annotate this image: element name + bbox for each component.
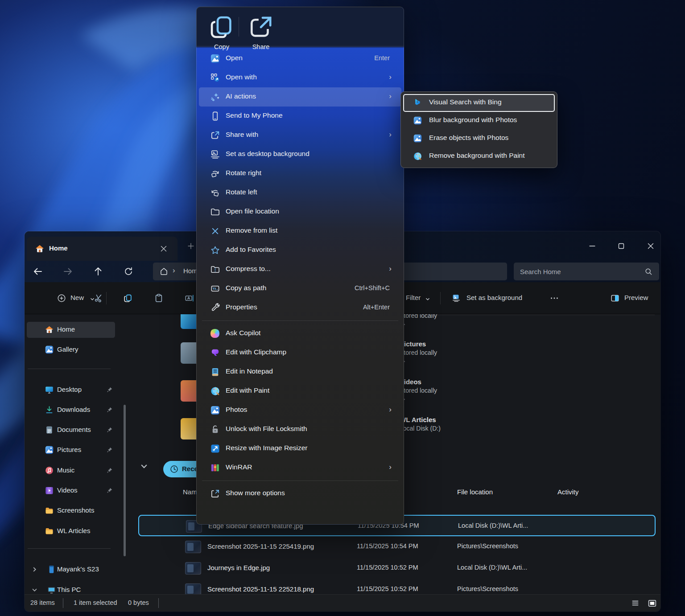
up-button[interactable] [93, 266, 103, 277]
search-input[interactable] [520, 263, 636, 280]
menu-item-label: Open with [226, 73, 257, 81]
clipchamp-icon [210, 348, 220, 358]
more-options-icon[interactable] [549, 293, 559, 303]
tile-subtitle: Stored locally [400, 314, 533, 319]
sidebar-item-desktop[interactable]: Desktop [27, 382, 115, 398]
search-box[interactable] [514, 263, 659, 280]
context-menu-item-add-to-favorites[interactable]: Add to Favorites [199, 241, 401, 260]
back-button[interactable] [33, 266, 43, 277]
quick-action-share[interactable]: Share [247, 13, 275, 41]
context-menu-item-send-to-my-phone[interactable]: Send to My Phone [199, 107, 401, 126]
sidebar-item-label: Music [57, 466, 74, 474]
photos-app-icon [210, 405, 220, 415]
details-view-icon[interactable] [630, 599, 640, 608]
sidebar-item-downloads[interactable]: Downloads [27, 402, 115, 418]
context-menu-item-show-more-options[interactable]: Show more options [199, 484, 401, 503]
file-row-screenshot-2025-11-15-225218-png[interactable]: Screenshot 2025-11-15 225218.png11/15/20… [138, 579, 656, 594]
photos-app-icon [413, 116, 422, 125]
menu-item-label: Remove from list [226, 226, 277, 234]
menu-item-label: Ask Copilot [226, 329, 260, 337]
context-menu-item-copy-as-path[interactable]: Copy as pathCtrl+Shift+C [199, 279, 401, 298]
clock-icon [169, 464, 179, 474]
context-menu-item-resize-with-image-resizer[interactable]: Resize with Image Resizer [199, 439, 401, 458]
ai-submenu-item-erase-objects-with-photos[interactable]: Erase objects with Photos [403, 130, 555, 148]
sidebar-item-home[interactable]: Home [27, 322, 115, 338]
context-menu-item-unlock-with-file-locksmith[interactable]: Unlock with File Locksmith [199, 420, 401, 439]
file-row-journeys-in-edge-jpg[interactable]: Journeys in Edge.jpg11/15/2025 10:52 PML… [138, 558, 656, 579]
new-tab-button[interactable] [186, 241, 196, 251]
sidebar-item-mayank-s-s23[interactable]: Mayank's S23 [27, 562, 115, 578]
maximize-button[interactable] [616, 241, 627, 251]
new-button[interactable]: New [70, 294, 84, 301]
sidebar-item-wl-articles[interactable]: WL Articles [27, 523, 115, 539]
status-bar: 28 items 1 item selected 0 bytes [25, 594, 660, 612]
wrench-icon [210, 303, 220, 313]
chevron-right-icon[interactable] [31, 566, 38, 573]
paste-icon[interactable] [154, 293, 164, 303]
menu-item-label: Rotate right [226, 169, 261, 177]
filter-button[interactable]: Filter [406, 294, 421, 301]
set-as-background-button[interactable]: Set as background [466, 294, 522, 301]
sidebar-divider [28, 548, 111, 549]
forward-button[interactable] [62, 266, 73, 277]
context-menu-item-remove-from-list[interactable]: Remove from list [199, 222, 401, 241]
context-menu-item-ask-copilot[interactable]: Ask Copilot [199, 324, 401, 343]
tab-close-icon[interactable] [159, 244, 169, 254]
ai-submenu-item-visual-search-with-bing[interactable]: Visual Search with Bing [403, 94, 555, 112]
context-menu-item-open-file-location[interactable]: Open file location [199, 202, 401, 222]
context-menu-item-share-with[interactable]: Share with› [199, 126, 401, 145]
sidebar-item-music[interactable]: Music [27, 463, 115, 479]
close-button[interactable] [645, 241, 656, 251]
sidebar-item-gallery[interactable]: Gallery [27, 342, 115, 358]
context-menu-item-open-with[interactable]: Open with› [199, 68, 401, 87]
cut-icon[interactable] [94, 293, 103, 303]
preview-button[interactable]: Preview [624, 294, 648, 301]
sidebar-item-documents[interactable]: Documents [27, 422, 115, 438]
home-tile-documents[interactable]: DocumentsStored locally [400, 314, 533, 329]
minimize-button[interactable] [587, 241, 598, 251]
home-tile-videos[interactable]: VideosStored locally [400, 378, 533, 403]
context-menu-item-edit-with-clipchamp[interactable]: Edit with Clipchamp [199, 343, 401, 362]
sidebar-item-pictures[interactable]: Pictures [27, 442, 115, 458]
tab-home[interactable]: Home [27, 237, 177, 261]
context-menu-item-rotate-right[interactable]: Rotate right [199, 164, 401, 183]
recent-collapse-icon[interactable] [140, 462, 149, 471]
rotate-right-icon [210, 168, 220, 179]
file-location: Local Disk (D:)\WL Arti... [457, 564, 527, 571]
column-header-activity[interactable]: Activity [557, 488, 579, 496]
sidebar-item-videos[interactable]: Videos [27, 483, 115, 499]
context-menu-item-open[interactable]: OpenEnter [199, 49, 401, 68]
rename-icon[interactable] [185, 293, 194, 303]
copy-icon[interactable] [123, 293, 133, 303]
context-menu-item-photos[interactable]: Photos› [199, 401, 401, 420]
context-menu-item-winrar[interactable]: WinRAR› [199, 458, 401, 477]
refresh-button[interactable] [123, 266, 134, 277]
lock-icon [210, 424, 220, 435]
ai-submenu-item-blur-background-with-photos[interactable]: Blur background with Photos [403, 112, 555, 130]
large-icons-view-icon[interactable] [647, 599, 657, 608]
sidebar-item-screenshots[interactable]: Screenshots [27, 503, 115, 519]
home-tile-pictures[interactable]: PicturesStored locally [400, 340, 533, 365]
tile-name: WL Articles [400, 416, 533, 423]
sidebar-scrollbar[interactable] [124, 405, 126, 556]
home-tile-wl-articles[interactable]: WL ArticlesLocal Disk (D:) [400, 416, 533, 432]
context-menu-item-edit-with-paint[interactable]: Edit with Paint [199, 382, 401, 401]
bing-icon [413, 98, 422, 107]
context-menu-item-set-as-desktop-background[interactable]: Set as desktop background [199, 145, 401, 164]
new-icon[interactable] [57, 293, 66, 303]
context-menu-item-compress-to[interactable]: Compress to...› [199, 260, 401, 279]
quick-actions-divider [239, 17, 239, 37]
column-header-file-location[interactable]: File location [457, 488, 493, 496]
ai-sparkle-icon [210, 92, 220, 102]
sidebar-item-label: Home [57, 325, 75, 333]
context-menu-item-edit-in-notepad[interactable]: Edit in Notepad [199, 362, 401, 382]
context-menu-item-ai-actions[interactable]: AI actions› [199, 87, 401, 107]
context-menu-item-rotate-left[interactable]: Rotate left [199, 183, 401, 202]
context-menu-item-properties[interactable]: PropertiesAlt+Enter [199, 298, 401, 317]
file-row-screenshot-2025-11-15-225419-png[interactable]: Screenshot 2025-11-15 225419.png11/15/20… [138, 536, 656, 558]
menu-item-label: Copy as path [226, 284, 266, 292]
breadcrumb-home-icon[interactable] [159, 267, 169, 276]
chevron-down-icon[interactable] [31, 587, 38, 593]
quick-action-copy[interactable]: Copy [207, 13, 236, 41]
ai-submenu-item-remove-background-with-paint[interactable]: Remove background with Paint [403, 148, 555, 165]
